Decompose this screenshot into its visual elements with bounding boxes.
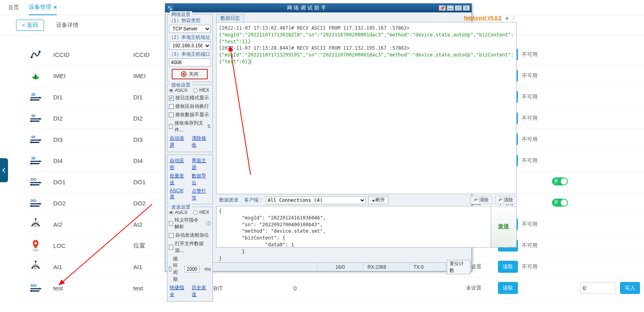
var-type: BIT xyxy=(213,285,293,292)
svg-text:DI: DI xyxy=(32,135,35,139)
netassist-window: 网络调试助手 📌 — □ × 网络设置 （1）协议类型 TCP Server （… xyxy=(165,3,472,272)
side-handle[interactable] xyxy=(0,158,8,182)
link-quickcmd[interactable]: 快捷指令 xyxy=(170,284,188,298)
tab-close-icon[interactable]: × xyxy=(54,4,57,10)
var-value: 0 xyxy=(293,285,373,292)
do-icon: DO xyxy=(29,282,42,294)
minimize-button[interactable]: — xyxy=(447,5,454,11)
link-autoresp[interactable]: 自动应答 xyxy=(170,157,188,171)
clear-button-2[interactable]: ↶ 清除 xyxy=(495,196,517,204)
log-box[interactable]: [2022-11-07 17:13:02.467]# RECV ASCII FR… xyxy=(216,22,517,194)
link-donate[interactable]: 点赞打赏 xyxy=(192,188,210,201)
svg-text:DI: DI xyxy=(32,92,35,97)
close-conn-button[interactable]: 关闭 xyxy=(172,69,208,79)
loop-period-input[interactable] xyxy=(185,266,200,272)
chk-openfile[interactable] xyxy=(169,245,173,250)
titlebar[interactable]: 网络调试助手 📌 — □ × xyxy=(165,4,471,12)
close-button[interactable]: × xyxy=(463,5,470,11)
loc-icon xyxy=(29,239,42,252)
ai-icon: AI xyxy=(29,218,42,231)
chk-savefile[interactable] xyxy=(169,124,173,129)
write-button[interactable]: 写入 xyxy=(620,282,640,294)
chk-escape[interactable] xyxy=(169,221,173,226)
port-input[interactable] xyxy=(169,58,211,66)
unavail-label: 不可用 xyxy=(522,136,538,142)
send-settings-panel: 发送设置 ASCII HEX 转义符指令解析 ⓘ 自动发送附加位 打开文件数据源… xyxy=(167,207,213,302)
client-select[interactable]: All Connections (4) xyxy=(266,196,366,204)
toggle-switch[interactable]: 开 xyxy=(552,199,568,207)
log-tab[interactable]: 数据日志 xyxy=(216,14,244,22)
svg-text:DO: DO xyxy=(31,283,36,288)
radio-ascii[interactable] xyxy=(169,88,173,93)
brand-link[interactable]: NetAssist V5.0.2 xyxy=(464,15,501,21)
var-name: ICCID xyxy=(53,51,133,58)
var-name: DI3 xyxy=(53,136,133,143)
svg-point-1 xyxy=(39,51,41,53)
radio-send-ascii[interactable] xyxy=(169,210,173,215)
link-theme[interactable]: 界面主题 xyxy=(192,157,210,171)
iccid-icon xyxy=(29,48,42,61)
log-line: [2022-11-07 17:13:28.844]# RECV ASCII FR… xyxy=(219,45,514,52)
sendbar-tab: 数据发送 xyxy=(216,196,242,204)
unavail-label: 不可用 xyxy=(522,264,538,270)
disconnect-button[interactable]: ◂断开 xyxy=(368,196,389,204)
app-icon xyxy=(167,5,173,11)
radio-send-hex[interactable] xyxy=(193,210,198,215)
info-icon[interactable]: ⓘ xyxy=(206,220,211,227)
svg-text:AI: AI xyxy=(34,266,37,270)
legend-send: 发送设置 xyxy=(170,204,192,211)
di-icon: DI xyxy=(29,112,42,125)
record-icon xyxy=(181,71,187,77)
send-textarea[interactable]: { "msgId": "20220124161036046", "sn": "2… xyxy=(216,206,491,248)
proto-label: （1）协议类型 xyxy=(169,17,211,24)
chk-hiderecv[interactable] xyxy=(169,113,174,117)
radio-hex[interactable] xyxy=(193,88,198,93)
ai-icon: AI xyxy=(29,260,42,273)
legend-recv: 接收设置 xyxy=(170,82,192,89)
var-name: IMEI xyxy=(53,72,133,79)
read-button[interactable]: 读取 xyxy=(498,261,518,273)
page-title: 设备详情 xyxy=(56,22,78,29)
legend-netset: 网络设置 xyxy=(170,11,192,18)
link-asciitbl[interactable]: ASCII/表 xyxy=(170,188,188,201)
chk-logmode[interactable] xyxy=(169,96,174,101)
toggle-switch[interactable]: 开 xyxy=(552,177,568,185)
link-clearrecv[interactable]: 清除接收 xyxy=(192,135,210,149)
var-name: AI2 xyxy=(53,221,133,228)
quick-links-panel: 自动应答界面主题 批量发送数据导出 ASCII/表点赞打赏 xyxy=(167,155,213,204)
back-button[interactable]: < 返回 xyxy=(16,20,44,31)
tab-home[interactable]: 首页 xyxy=(8,0,19,15)
do-icon: DO xyxy=(29,175,42,188)
host-addr-select[interactable]: 192.168.3.156 xyxy=(169,42,211,50)
svg-text:AI: AI xyxy=(34,224,37,228)
imei-icon xyxy=(29,69,42,82)
port-label: （3）本地主机端口 xyxy=(169,51,211,58)
bell-icon[interactable]: ♡ xyxy=(510,15,517,21)
read-button[interactable]: 读取 xyxy=(498,282,518,294)
maximize-button[interactable]: □ xyxy=(455,5,462,11)
protocol-select[interactable]: TCP Server xyxy=(169,25,211,33)
link-batchsend[interactable]: 批量发送 xyxy=(170,173,188,186)
tab-device-mgmt[interactable]: 设备管理 × xyxy=(29,0,57,15)
status-label: 未设置 xyxy=(466,284,498,292)
diamond-icon[interactable]: ◈ xyxy=(504,15,510,21)
var-name: LOC xyxy=(53,242,133,249)
chk-loop[interactable] xyxy=(169,267,171,272)
log-line: {"msgId":"2022110717130282l8","sn":"2022… xyxy=(219,32,514,45)
status-io: 16/0 xyxy=(317,263,363,271)
chk-autoattach[interactable] xyxy=(169,233,174,238)
unavail-label: 不可用 xyxy=(522,94,538,100)
var-name: DI4 xyxy=(53,157,133,164)
link-autoscroll[interactable]: 自动滚屏 xyxy=(170,135,188,149)
unavail-label: 不可用 xyxy=(522,115,538,121)
chk-autowrap[interactable] xyxy=(169,104,174,109)
value-input[interactable] xyxy=(580,282,616,294)
clear-button-1[interactable]: ↶ 清除 xyxy=(470,196,492,204)
reset-count-button[interactable]: 复位计数 xyxy=(447,260,470,274)
di-icon: DI xyxy=(29,133,42,146)
pin-icon[interactable]: 📌 xyxy=(439,5,446,11)
link-export[interactable]: 数据导出 xyxy=(192,173,210,186)
link-history[interactable]: 历史发送 xyxy=(192,284,210,298)
log-line: [2022-11-07 17:13:02.467]# RECV ASCII FR… xyxy=(219,25,514,32)
send-button[interactable]: 发送 xyxy=(491,206,517,248)
